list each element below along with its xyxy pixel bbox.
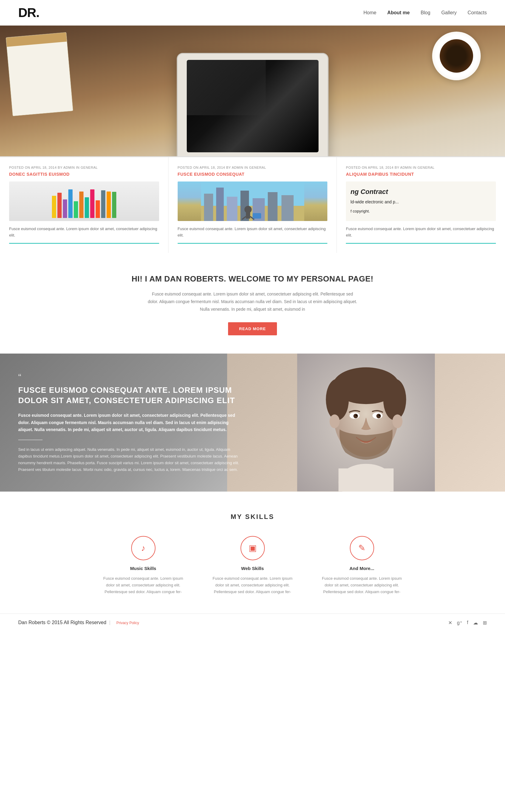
nav-item-about-me[interactable]: About me — [387, 10, 410, 15]
skill-name-1: Web Skills — [210, 566, 295, 571]
post-card-2: POSTED ON APRIL 18, 2014 BY ADMIN IN GEN… — [337, 157, 505, 253]
nav-item-gallery[interactable]: Gallery — [441, 10, 457, 15]
post-card-1: POSTED ON APRIL 18, 2014 BY ADMIN IN GEN… — [169, 157, 337, 253]
footer-left: Dan Roberts © 2015 All Rights Reserved |… — [18, 620, 139, 625]
contract-text: ng Contractld-wide electronic and p...f … — [350, 187, 399, 215]
skills-grid: ♪Music SkillsFusce euismod consequat ant… — [18, 536, 487, 595]
svg-point-30 — [356, 415, 357, 416]
svg-point-24 — [330, 415, 340, 428]
svg-point-31 — [379, 415, 380, 416]
svg-rect-8 — [268, 192, 278, 221]
book-spine — [74, 201, 78, 218]
logo[interactable]: DR. — [18, 5, 39, 20]
about-content: “ FUSCE EUISMOD CONSEQUAT ANTE. LOREM IP… — [0, 354, 263, 491]
skill-name-0: Music Skills — [101, 566, 186, 571]
footer-social: ✕g⁺f☁⊞ — [448, 620, 487, 626]
twitter-icon[interactable]: ✕ — [448, 620, 452, 626]
book-spine — [107, 192, 111, 218]
skill-name-2: and more... — [319, 566, 404, 571]
svg-rect-23 — [334, 383, 398, 397]
svg-point-25 — [393, 415, 403, 428]
nav-item-home[interactable]: Home — [363, 10, 376, 15]
svg-point-28 — [353, 414, 358, 418]
book-spine — [63, 200, 67, 218]
svg-rect-3 — [204, 194, 213, 221]
post-title-2[interactable]: ALIQUAM DAPIBUS TINCIDUNT — [346, 172, 496, 177]
facebook-icon[interactable]: f — [467, 620, 468, 625]
book-spine — [112, 192, 116, 218]
book-spine — [79, 192, 83, 218]
nav-item-blog[interactable]: Blog — [420, 10, 430, 15]
skype-icon[interactable]: ☁ — [473, 620, 478, 626]
pinterest-icon[interactable]: ⊞ — [483, 620, 487, 626]
svg-rect-18 — [339, 468, 393, 491]
skill-item-1: ▣Web SkillsFusce euismod consequat ante.… — [210, 536, 295, 595]
post-title-1[interactable]: FUSCE EUISMOD CONSEQUAT — [178, 172, 328, 177]
book-spine — [85, 197, 89, 218]
hero-tablet-screen — [187, 60, 319, 152]
skill-icon-circle-1: ▣ — [240, 536, 265, 560]
privacy-policy-link[interactable]: Privacy Policy — [116, 621, 139, 625]
intro-heading-pre: HI! I AM — [132, 274, 164, 283]
post-excerpt-0: Fusce euismod consequat ante. Lorem ipsu… — [9, 226, 159, 239]
book-spine — [68, 190, 72, 218]
svg-rect-11 — [246, 212, 250, 219]
skill-icon-1: ▣ — [249, 543, 257, 553]
book-spine — [52, 196, 56, 218]
hero-section — [0, 25, 505, 156]
posts-section: POSTED ON APRIL 18, 2014 BY ADMIN IN GEN… — [0, 156, 505, 253]
post-border-0 — [9, 243, 159, 244]
city-svg — [178, 182, 328, 221]
about-person-image — [227, 354, 505, 491]
skill-icon-2: ✎ — [358, 543, 365, 553]
skill-desc-2: Fusce euismod consequat ante. Lorem ipsu… — [319, 575, 404, 595]
about-divider — [18, 440, 42, 440]
intro-heading-post: . WELCOME TO MY PERSONAL PAGE! — [224, 274, 373, 283]
footer-copyright: Dan Roberts © 2015 All Rights Reserved — [18, 620, 106, 625]
header: DR. HomeAbout meBlogGalleryContacts — [0, 0, 505, 25]
skill-desc-0: Fusce euismod consequat ante. Lorem ipsu… — [101, 575, 186, 595]
skills-section: MY SKILLS ♪Music SkillsFusce euismod con… — [0, 491, 505, 613]
read-more-button[interactable]: READ MORE — [228, 322, 277, 335]
post-excerpt-1: Fusce euismod consequat ante. Lorem ipsu… — [178, 226, 328, 239]
quote-mark: “ — [18, 372, 244, 382]
svg-rect-5 — [227, 197, 237, 221]
post-excerpt-2: Fusce euismod consequat ante. Lorem ipsu… — [346, 226, 496, 239]
google-plus-icon[interactable]: g⁺ — [457, 620, 462, 626]
skill-icon-circle-0: ♪ — [131, 536, 156, 560]
footer-separator: | — [109, 620, 111, 625]
footer: Dan Roberts © 2015 All Rights Reserved |… — [0, 613, 505, 632]
hero-notebook-decoration — [6, 32, 73, 116]
post-image-0 — [9, 182, 159, 221]
skill-icon-0: ♪ — [141, 543, 146, 553]
post-meta-0: POSTED ON APRIL 18, 2014 BY ADMIN IN GEN… — [9, 166, 159, 169]
post-title-0[interactable]: DONEC SAGITTIS EUISMOD — [9, 172, 159, 177]
skill-desc-1: Fusce euismod consequat ante. Lorem ipsu… — [210, 575, 295, 595]
nav-item-contacts[interactable]: Contacts — [468, 10, 487, 15]
skills-title: MY SKILLS — [18, 513, 487, 521]
book-spine — [101, 190, 105, 218]
book-spine — [90, 190, 95, 218]
svg-point-29 — [376, 414, 381, 418]
post-card-0: POSTED ON APRIL 18, 2014 BY ADMIN IN GEN… — [0, 157, 169, 253]
post-border-1 — [178, 243, 328, 244]
svg-rect-14 — [252, 213, 261, 219]
person-svg — [227, 354, 505, 491]
svg-rect-9 — [282, 195, 294, 221]
hero-tablet — [177, 53, 329, 156]
hero-coffee-decoration — [432, 32, 481, 80]
intro-heading: HI! I AM DAN ROBERTS. WELCOME TO MY PERS… — [61, 274, 444, 283]
about-bold-text: Fusce euismod consequat ante. Lorem ipsu… — [18, 412, 244, 434]
intro-text: Fusce euismod consequat ante. Lorem ipsu… — [146, 290, 359, 314]
skill-item-2: ✎and more...Fusce euismod consequat ante… — [319, 536, 404, 595]
post-meta-1: POSTED ON APRIL 18, 2014 BY ADMIN IN GEN… — [178, 166, 328, 169]
book-spine — [96, 200, 100, 218]
main-nav: HomeAbout meBlogGalleryContacts — [363, 10, 487, 15]
skill-icon-circle-2: ✎ — [350, 536, 374, 560]
post-image-1 — [178, 182, 328, 221]
svg-rect-4 — [216, 188, 224, 221]
post-image-2: ng Contractld-wide electronic and p...f … — [346, 182, 496, 221]
skill-item-0: ♪Music SkillsFusce euismod consequat ant… — [101, 536, 186, 595]
intro-name: DAN ROBERTS — [164, 274, 224, 283]
intro-section: HI! I AM DAN ROBERTS. WELCOME TO MY PERS… — [0, 253, 505, 354]
